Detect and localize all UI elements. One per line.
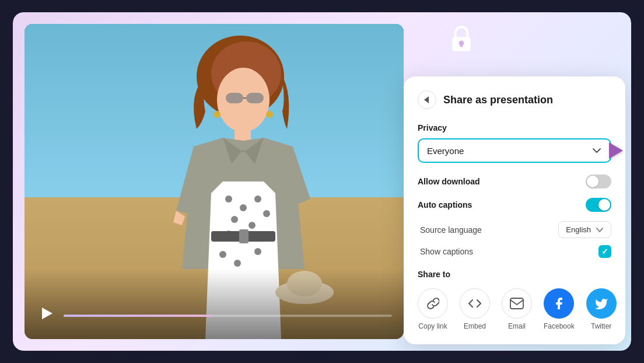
svg-point-10 xyxy=(231,216,238,223)
share-twitter[interactable]: Twitter xyxy=(586,288,617,330)
cursor-pointer-icon xyxy=(609,142,623,159)
allow-download-toggle[interactable] xyxy=(586,174,611,189)
allow-download-label: Allow download xyxy=(418,177,480,186)
auto-captions-row: Auto captions xyxy=(418,198,611,212)
svg-point-22 xyxy=(214,111,220,118)
embed-icon-container xyxy=(460,288,490,319)
source-language-row: Source language English xyxy=(418,221,611,238)
svg-rect-19 xyxy=(239,229,249,243)
share-copy-link[interactable]: Copy link xyxy=(418,288,448,330)
show-captions-row: Show captions ✓ xyxy=(418,245,611,258)
source-language-label: Source language xyxy=(420,225,482,235)
language-chevron-icon xyxy=(596,226,604,234)
share-to-label: Share to xyxy=(418,270,611,279)
share-embed[interactable]: Embed xyxy=(460,288,490,330)
twitter-label: Twitter xyxy=(591,322,611,330)
allow-download-row: Allow download xyxy=(418,174,611,189)
outer-container: Share as presentation Privacy Everyone A… xyxy=(13,12,631,351)
svg-rect-26 xyxy=(460,43,463,47)
svg-rect-3 xyxy=(226,93,243,103)
facebook-icon-container xyxy=(544,288,574,319)
back-button[interactable] xyxy=(418,90,436,109)
toggle-thumb-captions xyxy=(598,199,610,211)
svg-point-11 xyxy=(249,222,256,229)
video-area xyxy=(24,24,404,339)
link-icon xyxy=(426,297,439,310)
copy-link-icon-container xyxy=(418,288,448,319)
panel-header: Share as presentation xyxy=(418,90,611,109)
privacy-chevron-icon xyxy=(592,145,602,156)
svg-rect-4 xyxy=(246,93,264,103)
svg-point-15 xyxy=(219,251,226,258)
back-chevron-icon xyxy=(424,96,429,103)
toggle-thumb-download xyxy=(587,176,598,187)
language-dropdown[interactable]: English xyxy=(558,221,611,238)
facebook-label: Facebook xyxy=(544,322,575,330)
checkmark-icon: ✓ xyxy=(601,247,608,256)
email-icon xyxy=(510,298,524,309)
share-email[interactable]: Email xyxy=(502,288,532,330)
svg-point-17 xyxy=(234,260,241,267)
share-facebook[interactable]: Facebook xyxy=(544,288,575,330)
svg-point-8 xyxy=(240,204,247,211)
embed-icon xyxy=(468,297,481,310)
facebook-icon xyxy=(552,296,566,310)
embed-label: Embed xyxy=(464,322,486,330)
show-captions-checkbox[interactable]: ✓ xyxy=(598,245,611,258)
svg-point-23 xyxy=(266,111,273,118)
svg-point-13 xyxy=(263,210,270,217)
privacy-value: Everyone xyxy=(427,146,464,156)
progress-bar[interactable] xyxy=(64,315,392,317)
auto-captions-toggle[interactable] xyxy=(586,198,611,212)
play-button[interactable] xyxy=(36,303,55,324)
play-icon xyxy=(42,308,52,319)
privacy-dropdown[interactable]: Everyone xyxy=(418,138,611,163)
svg-point-7 xyxy=(225,196,232,203)
svg-point-16 xyxy=(254,248,261,255)
video-controls xyxy=(24,303,404,329)
language-value: English xyxy=(566,225,591,234)
lock-icon xyxy=(446,24,477,54)
lock-icon-container xyxy=(446,24,477,54)
twitter-icon-container xyxy=(586,288,617,319)
svg-rect-27 xyxy=(510,298,523,309)
panel-title: Share as presentation xyxy=(443,94,553,106)
email-icon-container xyxy=(502,288,532,319)
share-panel: Share as presentation Privacy Everyone A… xyxy=(404,76,625,344)
privacy-label: Privacy xyxy=(418,123,611,132)
twitter-icon xyxy=(594,297,608,310)
show-captions-label: Show captions xyxy=(420,247,473,256)
copy-link-label: Copy link xyxy=(418,322,447,330)
auto-captions-label: Auto captions xyxy=(418,200,472,210)
svg-point-9 xyxy=(254,196,261,203)
email-label: Email xyxy=(508,322,526,330)
share-buttons-container: Copy link Embed xyxy=(418,288,611,330)
progress-fill xyxy=(64,315,211,317)
